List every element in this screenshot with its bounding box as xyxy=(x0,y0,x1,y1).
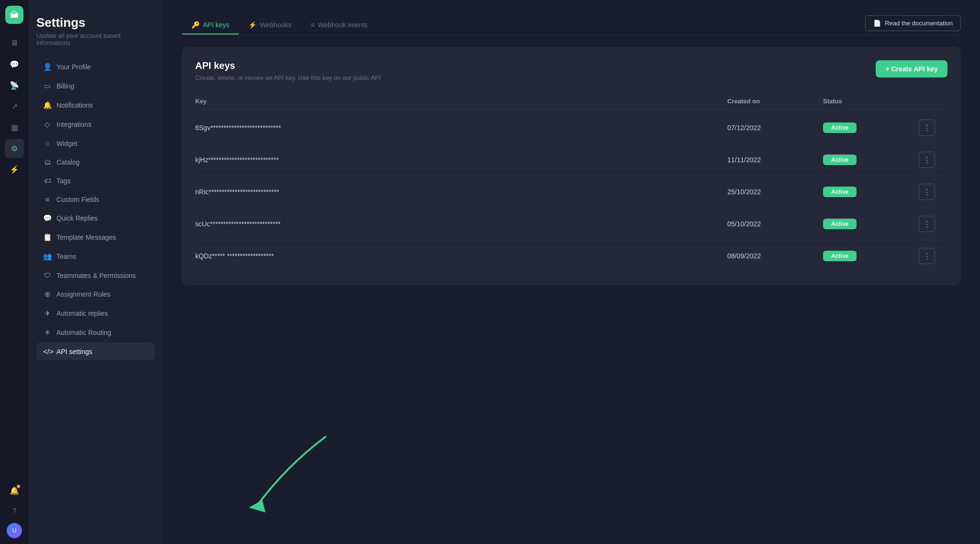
sidebar-item-your-profile[interactable]: 👤 Your Profile xyxy=(36,58,155,76)
bolt-nav-icon[interactable]: ⚡ xyxy=(5,160,24,179)
tab-label: Webhook events xyxy=(318,21,368,29)
chart-nav-icon[interactable]: ↗ xyxy=(5,97,24,116)
actions-cell: ⋮ xyxy=(919,184,947,200)
page-title: Settings xyxy=(36,15,155,30)
help-nav-icon[interactable]: ? xyxy=(5,502,24,521)
sidebar-label: Billing xyxy=(56,82,74,90)
integrations-icon: ◇ xyxy=(43,120,52,129)
sidebar-item-integrations[interactable]: ◇ Integrations xyxy=(36,115,155,133)
read-documentation-button[interactable]: 📄 Read the documentation xyxy=(865,15,961,31)
card-header: API keys Create, delete, or revoke an AP… xyxy=(195,60,947,81)
sidebar-item-api-settings[interactable]: </> API settings xyxy=(36,343,155,360)
tab-label: API keys xyxy=(203,21,229,29)
catalog-icon: 🗂 xyxy=(43,158,52,166)
status-cell: Active xyxy=(823,155,919,165)
table-row: 6Sgv*************************** 07/12/20… xyxy=(195,112,947,144)
sidebar-item-tags[interactable]: 🏷 Tags xyxy=(36,172,155,189)
grid-nav-icon[interactable]: ▦ xyxy=(5,118,24,137)
page-subtitle: Update all your account based informatio… xyxy=(36,32,155,46)
radio-nav-icon[interactable]: 📡 xyxy=(5,76,24,95)
settings-nav-icon[interactable]: ⚙ xyxy=(5,139,24,158)
sidebar-item-notifications[interactable]: 🔔 Notifications xyxy=(36,96,155,114)
col-actions-header xyxy=(919,98,947,105)
actions-cell: ⋮ xyxy=(919,248,947,264)
shield-icon: 🛡 xyxy=(43,271,52,279)
actions-cell: ⋮ xyxy=(919,120,947,136)
sidebar-item-catalog[interactable]: 🗂 Catalog xyxy=(36,153,155,171)
template-messages-icon: 📋 xyxy=(43,233,52,242)
tabs-header: 🔑 API keys ⚡ Webhooks ≡ Webhook events 📄… xyxy=(182,15,961,35)
notifications-icon: 🔔 xyxy=(43,101,52,110)
profile-icon: 👤 xyxy=(43,63,52,71)
status-cell: Active xyxy=(823,251,919,261)
assignment-rules-icon: ⊕ xyxy=(43,290,52,299)
sidebar-item-automatic-routing[interactable]: ✳ Automatic Routing xyxy=(36,323,155,342)
key-value: nRic*************************** xyxy=(195,188,727,196)
sidebar-label: Teams xyxy=(56,253,76,260)
user-avatar[interactable]: U xyxy=(7,523,22,538)
card-header-text: API keys Create, delete, or revoke an AP… xyxy=(195,60,381,81)
sidebar-item-automatic-replies[interactable]: ✈ Automatic replies xyxy=(36,304,155,322)
row-more-button[interactable]: ⋮ xyxy=(919,248,935,264)
tab-api-keys[interactable]: 🔑 API keys xyxy=(182,16,239,34)
teams-icon: 👥 xyxy=(43,252,52,261)
monitor-nav-icon[interactable]: 🖥 xyxy=(5,33,24,53)
widget-icon: ○ xyxy=(43,139,52,147)
sidebar-item-custom-fields[interactable]: ≡ Custom Fields xyxy=(36,190,155,208)
webhook-events-tab-icon: ≡ xyxy=(311,21,314,29)
sidebar-label: Widget xyxy=(56,140,78,147)
status-cell: Active xyxy=(823,187,919,197)
sidebar-item-template-messages[interactable]: 📋 Template Messages xyxy=(36,228,155,246)
row-more-button[interactable]: ⋮ xyxy=(919,216,935,232)
sidebar-item-quick-replies[interactable]: 💬 Quick Replies xyxy=(36,209,155,227)
sidebar-label: Assignment Rules xyxy=(56,290,111,298)
row-more-button[interactable]: ⋮ xyxy=(919,120,935,136)
sidebar-item-assignment-rules[interactable]: ⊕ Assignment Rules xyxy=(36,285,155,303)
sidebar-item-widget[interactable]: ○ Widget xyxy=(36,134,155,152)
tab-webhooks[interactable]: ⚡ Webhooks xyxy=(239,16,301,34)
col-key-header: Key xyxy=(195,98,727,105)
table-row: nRic*************************** 25/10/20… xyxy=(195,176,947,208)
sidebar-label: Automatic Routing xyxy=(56,329,111,336)
icon-bar: 🏔 🖥 💬 📡 ↗ ▦ ⚙ ⚡ 🔔 ? U xyxy=(0,0,29,544)
status-badge: Active xyxy=(823,219,857,229)
tags-icon: 🏷 xyxy=(43,177,52,185)
chat-nav-icon[interactable]: 💬 xyxy=(5,55,24,74)
automatic-replies-icon: ✈ xyxy=(43,309,52,318)
sidebar-label: Template Messages xyxy=(56,233,116,241)
create-api-key-button[interactable]: + Create API key xyxy=(876,60,947,78)
sidebar-item-billing[interactable]: ▭ Billing xyxy=(36,77,155,95)
billing-icon: ▭ xyxy=(43,82,52,90)
automatic-routing-icon: ✳ xyxy=(43,328,52,337)
sidebar-label: Quick Replies xyxy=(56,214,98,222)
row-more-button[interactable]: ⋮ xyxy=(919,152,935,168)
sidebar-label: Automatic replies xyxy=(56,310,108,317)
status-badge: Active xyxy=(823,155,857,165)
table-header: Key Created on Status xyxy=(195,93,947,110)
api-key-tab-icon: 🔑 xyxy=(191,21,200,29)
sidebar-label: Teammates & Permissions xyxy=(56,272,136,279)
col-created-header: Created on xyxy=(727,98,823,105)
sidebar-label: Notifications xyxy=(56,101,93,109)
doc-button-icon: 📄 xyxy=(873,20,881,27)
created-on-value: 07/12/2022 xyxy=(727,124,823,132)
table-row: kQDz***** ****************** 08/09/2022 … xyxy=(195,240,947,272)
row-more-button[interactable]: ⋮ xyxy=(919,184,935,200)
sidebar-label: Your Profile xyxy=(56,63,91,71)
table-row: scUc*************************** 05/10/20… xyxy=(195,208,947,240)
sidebar-item-teams[interactable]: 👥 Teams xyxy=(36,247,155,266)
doc-button-label: Read the documentation xyxy=(885,20,953,27)
created-on-value: 25/10/2022 xyxy=(727,188,823,196)
quick-replies-icon: 💬 xyxy=(43,214,52,222)
key-value: kQDz***** ****************** xyxy=(195,252,727,260)
api-keys-card: API keys Create, delete, or revoke an AP… xyxy=(182,47,961,285)
key-value: kjHz*************************** xyxy=(195,156,727,164)
actions-cell: ⋮ xyxy=(919,216,947,232)
bell-nav-icon[interactable]: 🔔 xyxy=(5,481,24,500)
sidebar-item-teammates-permissions[interactable]: 🛡 Teammates & Permissions xyxy=(36,266,155,284)
actions-cell: ⋮ xyxy=(919,152,947,168)
app-logo[interactable]: 🏔 xyxy=(5,6,23,24)
api-settings-icon: </> xyxy=(43,347,52,355)
tab-webhook-events[interactable]: ≡ Webhook events xyxy=(301,16,377,34)
status-cell: Active xyxy=(823,122,919,133)
